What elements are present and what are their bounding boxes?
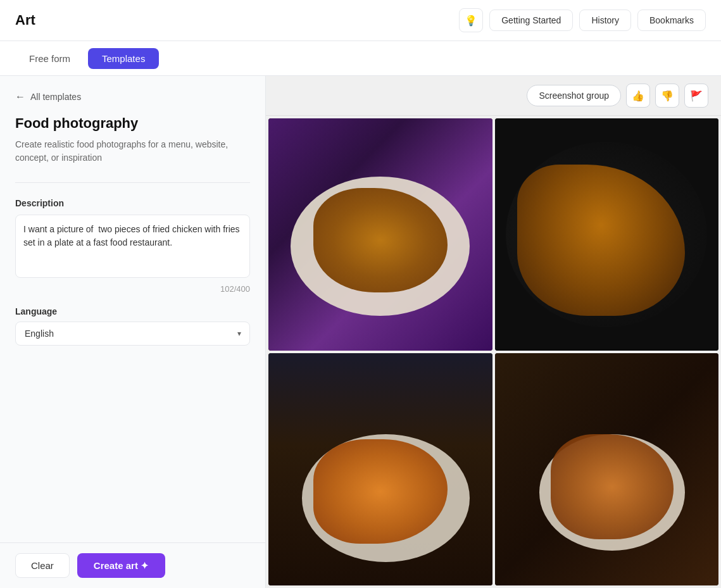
idea-icon-button[interactable]: 💡 — [459, 8, 483, 32]
create-art-button[interactable]: Create art ✦ — [77, 553, 165, 578]
sidebar-footer: Clear Create art ✦ — [0, 542, 265, 588]
image-cell-2[interactable] — [495, 118, 719, 351]
food-image-1 — [268, 118, 492, 351]
image-cell-1[interactable] — [268, 118, 492, 351]
header-nav: 💡 Getting Started History Bookmarks — [459, 8, 706, 32]
content-header: Screenshot group 👍 👎 🚩 — [266, 76, 721, 116]
content-area: Screenshot group 👍 👎 🚩 — [266, 76, 721, 588]
thumbs-down-button[interactable]: 👎 — [655, 84, 679, 108]
back-link-label: All templates — [30, 92, 81, 102]
language-label: Language — [15, 306, 250, 316]
history-button[interactable]: History — [579, 9, 631, 31]
image-cell-3[interactable] — [268, 353, 492, 585]
back-link[interactable]: ← All templates — [15, 91, 250, 103]
sidebar: ← All templates Food photography Create … — [0, 76, 266, 588]
back-arrow-icon: ← — [15, 91, 25, 103]
template-title: Food photography — [15, 115, 250, 132]
thumbs-down-icon: 👎 — [661, 90, 674, 102]
flag-button[interactable]: 🚩 — [684, 84, 708, 108]
food-image-3 — [268, 353, 492, 585]
description-textarea[interactable] — [15, 215, 250, 278]
sidebar-content: ← All templates Food photography Create … — [0, 76, 265, 542]
flag-icon: 🚩 — [690, 90, 703, 102]
bookmarks-button[interactable]: Bookmarks — [637, 9, 706, 31]
tabs-row: Free form Templates — [0, 41, 721, 76]
divider — [15, 182, 250, 183]
tab-free-form[interactable]: Free form — [15, 48, 84, 69]
thumbs-up-button[interactable]: 👍 — [626, 84, 650, 108]
food-image-4 — [495, 353, 719, 585]
app-header: Art 💡 Getting Started History Bookmarks — [0, 0, 721, 41]
language-select-wrapper: English Spanish French German Italian Ja… — [15, 322, 250, 346]
image-grid — [266, 116, 721, 588]
template-subtitle: Create realistic food photographs for a … — [15, 138, 250, 165]
main-layout: ← All templates Food photography Create … — [0, 76, 721, 588]
description-label: Description — [15, 198, 250, 208]
screenshot-group-button[interactable]: Screenshot group — [527, 85, 621, 106]
app-logo: Art — [15, 12, 459, 28]
food-image-2 — [495, 118, 719, 351]
clear-button[interactable]: Clear — [15, 553, 70, 578]
getting-started-button[interactable]: Getting Started — [489, 9, 573, 31]
image-cell-4[interactable] — [495, 353, 719, 585]
language-select[interactable]: English Spanish French German Italian Ja… — [15, 322, 250, 346]
char-count: 102/400 — [15, 284, 250, 294]
tab-templates[interactable]: Templates — [88, 48, 159, 69]
thumbs-up-icon: 👍 — [632, 90, 644, 102]
